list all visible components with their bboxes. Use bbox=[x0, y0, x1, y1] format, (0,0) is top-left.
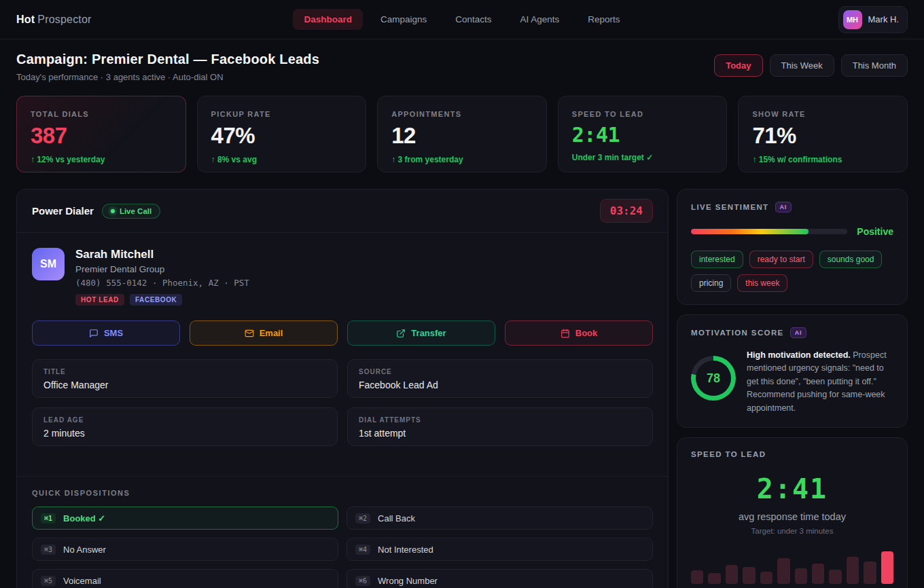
disposition-wrong-number[interactable]: ⌘6 Wrong Number bbox=[346, 569, 653, 588]
brand-bold: Hot bbox=[16, 14, 35, 25]
live-call-label: Live Call bbox=[120, 207, 152, 215]
motivation-title: MOTIVATION SCORE bbox=[691, 329, 784, 337]
disposition-label: Voicemail bbox=[63, 576, 101, 586]
quick-dispositions-section: QUICK DISPOSITIONS ⌘1 Booked ✓ ⌘2 Call B… bbox=[17, 476, 668, 588]
speed-target: Target: under 3 minutes bbox=[691, 527, 893, 535]
sms-button[interactable]: SMS bbox=[32, 320, 180, 346]
sms-label: SMS bbox=[104, 328, 123, 338]
page-content: Campaign: Premier Dental — Facebook Lead… bbox=[0, 39, 924, 588]
book-button[interactable]: Book bbox=[505, 320, 653, 346]
contact-name: Sarah Mitchell bbox=[75, 248, 249, 261]
stat-label: SHOW RATE bbox=[752, 110, 893, 118]
speed-bar bbox=[760, 572, 772, 584]
nav-campaigns[interactable]: Campaigns bbox=[370, 9, 438, 30]
speed-bar bbox=[777, 558, 789, 584]
facebook-tag: FACEBOOK bbox=[130, 294, 182, 306]
contact-phone: (480) 555-0142 · Phoenix, AZ · PST bbox=[75, 278, 249, 288]
nav-ai-agents[interactable]: AI Agents bbox=[510, 9, 571, 30]
chip-ready-to-start: ready to start bbox=[749, 251, 813, 268]
contact-company: Premier Dental Group bbox=[75, 264, 249, 274]
brand-rest: Prospector bbox=[37, 14, 91, 25]
live-sentiment-panel: LIVE SENTIMENT AI Positive interested re… bbox=[677, 189, 908, 305]
range-toggle: Today This Week This Month bbox=[714, 54, 908, 77]
field-value: 2 minutes bbox=[43, 428, 326, 439]
contact-tags: HOT LEAD FACEBOOK bbox=[75, 294, 249, 306]
range-month-button[interactable]: This Month bbox=[841, 54, 908, 77]
field-source: SOURCE Facebook Lead Ad bbox=[347, 359, 653, 398]
chat-icon bbox=[89, 329, 99, 338]
chip-this-week: this week bbox=[737, 274, 787, 292]
main-row: Power Dialer Live Call 03:24 SM Sarah Mi… bbox=[16, 189, 908, 588]
nav-contacts[interactable]: Contacts bbox=[444, 9, 502, 30]
stat-label: TOTAL DIALS bbox=[31, 110, 172, 118]
disposition-label: No Answer bbox=[63, 545, 106, 555]
stat-label: APPOINTMENTS bbox=[391, 110, 533, 118]
external-link-icon bbox=[396, 329, 406, 338]
hotkey-badge: ⌘2 bbox=[355, 513, 370, 523]
field-value: Facebook Lead Ad bbox=[359, 380, 641, 390]
stat-card-appointments: APPOINTMENTS 12 ↑ 3 from yesterday bbox=[377, 96, 547, 172]
disposition-label: Booked ✓ bbox=[63, 513, 105, 523]
sentiment-chips: interested ready to start sounds good pr… bbox=[691, 251, 893, 292]
chip-sounds-good: sounds good bbox=[819, 251, 883, 268]
email-button[interactable]: Email bbox=[190, 320, 338, 346]
nav-dashboard[interactable]: Dashboard bbox=[293, 9, 363, 30]
dialer-body: SM Sarah Mitchell Premier Dental Group (… bbox=[17, 233, 668, 461]
field-label: LEAD AGE bbox=[43, 416, 326, 424]
speed-bar bbox=[812, 564, 824, 584]
range-week-button[interactable]: This Week bbox=[770, 54, 834, 77]
motivation-score-panel: MOTIVATION SCORE AI 78 High motivation d… bbox=[677, 314, 908, 428]
page-title: Campaign: Premier Dental — Facebook Lead… bbox=[16, 52, 319, 67]
speed-bar bbox=[743, 567, 755, 584]
motivation-summary: High motivation detected. Prospect menti… bbox=[747, 349, 893, 415]
live-call-badge: Live Call bbox=[102, 204, 160, 219]
primary-nav: Dashboard Campaigns Contacts AI Agents R… bbox=[293, 9, 630, 30]
disposition-no-answer[interactable]: ⌘3 No Answer bbox=[32, 538, 338, 561]
disposition-voicemail[interactable]: ⌘5 Voicemail bbox=[32, 569, 338, 588]
stat-card-show-rate: SHOW RATE 71% ↑ 15% w/ confirmations bbox=[738, 96, 908, 172]
hot-lead-tag: HOT LEAD bbox=[75, 294, 124, 306]
field-value: Office Manager bbox=[43, 380, 326, 390]
page-header: Campaign: Premier Dental — Facebook Lead… bbox=[16, 52, 908, 82]
motivation-summary-bold: High motivation detected. bbox=[747, 350, 851, 360]
disposition-not-interested[interactable]: ⌘4 Not Interested bbox=[346, 538, 653, 561]
nav-reports[interactable]: Reports bbox=[577, 9, 630, 30]
envelope-icon bbox=[245, 329, 254, 338]
user-menu[interactable]: MH Mark H. bbox=[838, 6, 908, 33]
sentiment-level: Positive bbox=[857, 226, 893, 237]
transfer-button[interactable]: Transfer bbox=[347, 320, 495, 346]
speed-caption: avg response time today bbox=[691, 511, 893, 522]
chip-interested: interested bbox=[691, 251, 743, 268]
speed-bar bbox=[881, 551, 893, 584]
page-subtitle: Today's performance · 3 agents active · … bbox=[16, 72, 319, 82]
speed-to-lead-panel: SPEED TO LEAD 2:41 avg response time tod… bbox=[677, 437, 908, 588]
calendar-icon bbox=[561, 329, 570, 338]
speed-value: 2:41 bbox=[691, 473, 893, 504]
stat-value: 2:41 bbox=[572, 123, 713, 147]
sentiment-track bbox=[691, 229, 847, 234]
motivation-ring: 78 bbox=[691, 356, 736, 401]
top-nav: HotProspector Dashboard Campaigns Contac… bbox=[0, 0, 924, 39]
hotkey-badge: ⌘6 bbox=[355, 576, 370, 586]
stat-delta: ↑ 3 from yesterday bbox=[391, 155, 533, 164]
stat-delta: ↑ 8% vs avg bbox=[211, 155, 353, 164]
hotkey-badge: ⌘4 bbox=[355, 545, 370, 555]
contact-avatar: SM bbox=[32, 248, 65, 280]
book-label: Book bbox=[575, 328, 598, 338]
hotkey-badge: ⌘1 bbox=[41, 513, 56, 523]
sentiment-title: LIVE SENTIMENT bbox=[691, 203, 769, 211]
chip-pricing: pricing bbox=[691, 274, 731, 292]
stats-row: TOTAL DIALS 387 ↑ 12% vs yesterday PICKU… bbox=[16, 96, 908, 172]
range-today-button[interactable]: Today bbox=[714, 54, 762, 77]
disposition-label: Not Interested bbox=[378, 545, 433, 555]
field-lead-age: LEAD AGE 2 minutes bbox=[32, 407, 338, 446]
disposition-booked[interactable]: ⌘1 Booked ✓ bbox=[32, 507, 338, 530]
brand-logo: HotProspector bbox=[16, 14, 293, 26]
motivation-score-value: 78 bbox=[707, 371, 720, 386]
call-timer: 03:24 bbox=[600, 199, 653, 223]
disposition-call-back[interactable]: ⌘2 Call Back bbox=[346, 507, 653, 530]
sentiment-fill bbox=[691, 229, 808, 234]
ai-badge: AI bbox=[775, 202, 792, 213]
speed-bar bbox=[829, 570, 841, 584]
field-label: TITLE bbox=[43, 368, 326, 375]
